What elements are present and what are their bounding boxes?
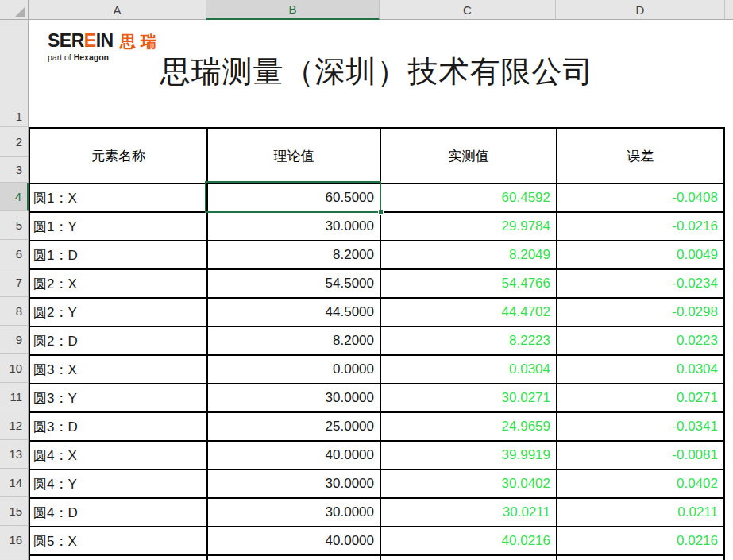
cell-A7[interactable]: 圆2：X <box>30 270 206 297</box>
cell-C17[interactable] <box>380 556 556 560</box>
cell-B17[interactable] <box>206 556 380 560</box>
cell-A14[interactable]: 圆4：Y <box>30 470 206 497</box>
cell-D17[interactable] <box>556 556 723 560</box>
logo-text-accent: E <box>84 30 96 51</box>
logo-text-suffix: IN <box>96 30 114 51</box>
row-header-6[interactable]: 6 <box>0 240 29 268</box>
cell-C9[interactable]: 8.2223 <box>380 327 556 354</box>
table-row: 圆2：D8.20008.22230.0223 <box>30 326 723 354</box>
select-all-triangle-icon <box>15 6 25 17</box>
row-header-10[interactable]: 10 <box>0 354 29 383</box>
cell-B8[interactable]: 44.5000 <box>206 299 380 326</box>
cell-B10[interactable]: 0.0000 <box>206 356 380 383</box>
fill-handle[interactable] <box>378 210 384 215</box>
cell-D9[interactable]: 0.0223 <box>556 327 723 354</box>
table-header-row: 元素名称 理论值 实测值 误差 <box>30 129 723 183</box>
column-header-A[interactable]: A <box>29 0 206 20</box>
cell-D4[interactable]: -0.0408 <box>556 184 723 211</box>
cell-D6[interactable]: 0.0049 <box>556 241 723 268</box>
cell-B5[interactable]: 30.0000 <box>206 213 380 240</box>
cell-A5[interactable]: 圆1：Y <box>30 213 206 240</box>
cell-B13[interactable]: 40.0000 <box>206 442 380 469</box>
cell-D10[interactable]: 0.0304 <box>556 356 723 383</box>
cell-B9[interactable]: 8.2000 <box>206 327 380 354</box>
cell-C7[interactable]: 54.4766 <box>380 270 556 297</box>
column-header-D[interactable]: D <box>556 0 725 20</box>
cell-C13[interactable]: 39.9919 <box>380 442 556 469</box>
row-header-14[interactable]: 14 <box>0 469 29 497</box>
header-element-name[interactable]: 元素名称 <box>30 129 206 183</box>
cell-B6[interactable]: 8.2000 <box>206 241 380 268</box>
cell-A10[interactable]: 圆3：X <box>30 356 206 383</box>
row-header-8[interactable]: 8 <box>0 297 29 326</box>
header-error[interactable]: 误差 <box>556 129 723 183</box>
row-header-9[interactable]: 9 <box>0 326 29 354</box>
row-header-15[interactable]: 15 <box>0 497 29 526</box>
row-header-11[interactable]: 11 <box>0 383 29 411</box>
row-header-partial[interactable] <box>0 554 29 560</box>
cell-D16[interactable]: 0.0216 <box>556 527 723 554</box>
header-measured[interactable]: 实测值 <box>380 129 556 183</box>
row-header-12[interactable]: 12 <box>0 411 29 440</box>
header-nominal[interactable]: 理论值 <box>206 129 380 183</box>
cell-C10[interactable]: 0.0304 <box>380 356 556 383</box>
table-row: 圆1：Y30.000029.9784-0.0216 <box>30 211 723 240</box>
company-title: 思瑞测量（深圳）技术有限公司 <box>29 52 725 92</box>
row-header-13[interactable]: 13 <box>0 440 29 469</box>
cell-A6[interactable]: 圆1：D <box>30 241 206 268</box>
table-row: 圆2：Y44.500044.4702-0.0298 <box>30 297 723 326</box>
cell-C15[interactable]: 30.0211 <box>380 499 556 526</box>
cell-D15[interactable]: 0.0211 <box>556 499 723 526</box>
column-header-B[interactable]: B <box>206 0 380 20</box>
row-header-5[interactable]: 5 <box>0 211 29 240</box>
spreadsheet: A B C D 12345678910111213141516 SEREIN思瑞… <box>0 0 733 560</box>
cell-B14[interactable]: 30.0000 <box>206 470 380 497</box>
cell-B16[interactable]: 40.0000 <box>206 527 380 554</box>
cell-D7[interactable]: -0.0234 <box>556 270 723 297</box>
cell-A4[interactable]: 圆1：X <box>30 184 206 211</box>
select-all-button[interactable] <box>0 0 29 20</box>
cell-A16[interactable]: 圆5：X <box>30 527 206 554</box>
cell-B7[interactable]: 54.5000 <box>206 270 380 297</box>
cell-B11[interactable]: 30.0000 <box>206 384 380 411</box>
cell-B4[interactable]: 60.5000 <box>206 184 380 211</box>
cell-D8[interactable]: -0.0298 <box>556 299 723 326</box>
cell-D13[interactable]: -0.0081 <box>556 442 723 469</box>
table-row: 圆4：X40.000039.9919-0.0081 <box>30 440 723 469</box>
cell-D12[interactable]: -0.0341 <box>556 413 723 440</box>
cell-C16[interactable]: 40.0216 <box>380 527 556 554</box>
cell-A9[interactable]: 圆2：D <box>30 327 206 354</box>
serein-logo-wordmark: SEREIN思瑞 <box>48 32 161 50</box>
cell-A17[interactable] <box>30 556 206 560</box>
row-header-1[interactable]: 1 <box>0 20 29 127</box>
cell-A15[interactable]: 圆4：D <box>30 499 206 526</box>
column-header-C[interactable]: C <box>380 0 556 20</box>
logo-text-prefix: SER <box>48 30 84 51</box>
cell-C6[interactable]: 8.2049 <box>380 241 556 268</box>
cell-D14[interactable]: 0.0402 <box>556 470 723 497</box>
report-header-area: SEREIN思瑞 part of Hexagon 思瑞测量（深圳）技术有限公司 <box>29 20 725 127</box>
cell-C11[interactable]: 30.0271 <box>380 384 556 411</box>
row-header-2[interactable]: 2 <box>0 127 29 157</box>
cell-B12[interactable]: 25.0000 <box>206 413 380 440</box>
cell-C12[interactable]: 24.9659 <box>380 413 556 440</box>
row-header-3[interactable]: 3 <box>0 157 29 183</box>
cell-C14[interactable]: 30.0402 <box>380 470 556 497</box>
cell-C5[interactable]: 29.9784 <box>380 213 556 240</box>
row-header-4[interactable]: 4 <box>0 183 29 211</box>
cell-A12[interactable]: 圆3：D <box>30 413 206 440</box>
cell-B15[interactable]: 30.0000 <box>206 499 380 526</box>
cell-D5[interactable]: -0.0216 <box>556 213 723 240</box>
cell-C4[interactable]: 60.4592 <box>380 184 556 211</box>
cell-A8[interactable]: 圆2：Y <box>30 299 206 326</box>
cell-A11[interactable]: 圆3：Y <box>30 384 206 411</box>
cell-A13[interactable]: 圆4：X <box>30 442 206 469</box>
column-header-strip: A B C D <box>0 0 733 20</box>
table-row: 圆3：X0.00000.03040.0304 <box>30 354 723 383</box>
row-header-16[interactable]: 16 <box>0 526 29 554</box>
table-row: 圆4：D30.000030.02110.0211 <box>30 497 723 526</box>
cell-D11[interactable]: 0.0271 <box>556 384 723 411</box>
row-header-7[interactable]: 7 <box>0 268 29 297</box>
table-row: 圆5：X40.000040.02160.0216 <box>30 526 723 554</box>
cell-C8[interactable]: 44.4702 <box>380 299 556 326</box>
